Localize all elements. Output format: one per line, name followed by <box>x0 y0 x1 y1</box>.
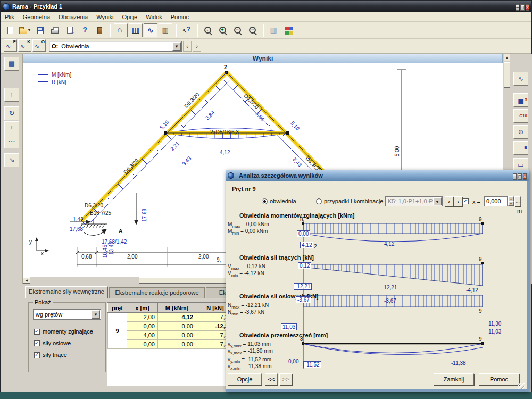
help-button[interactable] <box>78 23 92 37</box>
geometry-button[interactable] <box>114 23 128 37</box>
prev-combination-button[interactable]: ‹ <box>445 196 453 206</box>
menu-item-widok[interactable]: Widok <box>142 13 167 21</box>
close-button[interactable]: × <box>526 4 529 11</box>
canvas-label: 13,40 <box>109 242 114 255</box>
fit-view-button[interactable]: ↑ <box>4 88 19 102</box>
node-dots-button[interactable]: ⋯ <box>4 135 19 148</box>
tab-ekstremalne-si-y-wewn-trzne[interactable]: Ekstremalne siły wewnętrzne <box>25 286 108 298</box>
grid-button[interactable] <box>267 23 281 37</box>
resize-grip[interactable] <box>518 383 525 389</box>
diagram-label: 2 <box>314 244 317 250</box>
export-button[interactable] <box>63 23 77 37</box>
zoom-out-button[interactable] <box>231 23 245 37</box>
bearing-button[interactable]: B <box>513 141 528 155</box>
new-document-button[interactable] <box>3 23 17 37</box>
envelope-5-button[interactable]: ▅5 <box>513 93 528 107</box>
checkbox-momenty-zginaj-ce[interactable]: momenty zginające <box>34 328 93 335</box>
canvas-label: A <box>119 228 122 234</box>
x-spinner[interactable]: ▲▼ <box>508 196 514 206</box>
next-member-button[interactable]: >> <box>279 373 292 385</box>
circular-button[interactable]: ⊕ <box>513 125 528 139</box>
next-combination-button[interactable]: › <box>454 196 462 206</box>
canvas-label: 2 <box>224 64 227 70</box>
prev-result-button[interactable]: ‹ <box>183 41 192 52</box>
checkbox-si-y-osiowe[interactable]: siły osiowe <box>34 340 71 346</box>
envelope-combo-prefix: O: <box>52 43 58 49</box>
results-icon <box>146 26 155 35</box>
x-checkbox[interactable] <box>463 198 471 204</box>
menu-item-geometria[interactable]: Geometria <box>19 13 54 21</box>
value-cell: 0,00 <box>127 340 158 349</box>
x-dots-button[interactable]: … <box>514 196 521 206</box>
menu-item-obci-enia[interactable]: Obciążenia <box>54 13 92 21</box>
chevron-down-icon: ▼ <box>28 28 31 32</box>
chevron-down-icon[interactable]: ▼ <box>92 310 100 319</box>
dialog-close-button[interactable]: × <box>523 173 527 180</box>
maximize-button[interactable]: □ <box>520 4 524 11</box>
titlebar: Rama - Przykład 1 –□× <box>1 1 531 12</box>
dialog-body: Pręt nr 9 obwiednia przypadki i kombinac… <box>226 181 525 389</box>
dialog-minimize-button[interactable]: – <box>513 173 517 180</box>
spin-down-icon[interactable]: ▼ <box>508 201 514 206</box>
zamknij-button[interactable]: Zamknij <box>434 373 474 385</box>
combination-c10-button[interactable]: C10 <box>513 109 528 123</box>
prev-member-button[interactable]: << <box>265 373 278 385</box>
panels-button[interactable]: ▤ <box>4 57 19 71</box>
minimize-button[interactable]: – <box>516 4 519 11</box>
print-button[interactable] <box>48 23 62 37</box>
spin-up-icon[interactable]: ▲ <box>508 196 514 201</box>
toggle-axes-button[interactable]: ± <box>4 121 19 135</box>
loads-icon <box>132 28 139 34</box>
context-help-button[interactable] <box>180 23 194 37</box>
section-value-line: Vmax = -0,12 kN <box>228 263 265 271</box>
menu-item-wyniki[interactable]: Wyniki <box>92 13 118 21</box>
exit-icon <box>97 27 102 34</box>
scroll-left-button[interactable]: ◀ <box>23 277 30 284</box>
save-button[interactable] <box>33 23 47 37</box>
loadcase-mode-button[interactable]: ∿P <box>4 39 17 52</box>
diagram-label: -3,67 <box>296 296 311 303</box>
combination-combo[interactable]: K5: 1,0·P1+1,0·P ▼ <box>385 196 443 206</box>
opcje-button[interactable]: Opcje <box>228 373 262 385</box>
x-input[interactable]: 0,000 <box>484 196 508 206</box>
open-button[interactable]: ▼ <box>18 23 32 37</box>
canvas-label: 2xD5/16/6,3 <box>210 129 239 135</box>
zoom-in-button[interactable] <box>216 23 230 37</box>
combination-mode-button[interactable]: ∿K <box>18 39 31 52</box>
table-row: 0,000,00-7,21 <box>108 340 235 349</box>
loads-button[interactable] <box>129 23 143 37</box>
chevron-down-icon[interactable]: ▼ <box>172 42 181 51</box>
envelope-combo[interactable]: O: Obwiednia ▼ <box>49 41 182 52</box>
checkbox-si-y-tn-ce[interactable]: siły tnące <box>34 352 67 358</box>
tab-ekstremalne-reakcje-podporowe[interactable]: Ekstremalne reakcje podporowe <box>109 287 205 298</box>
results-toolbar: ∿P∿K∿O O: Obwiednia ▼ ‹› <box>1 39 531 54</box>
column-header: M [kNm] <box>158 303 196 313</box>
envelope-mode-button[interactable]: ∿O <box>32 39 46 52</box>
menu-item-opcje[interactable]: Opcje <box>118 13 142 21</box>
radio-przypadki[interactable]: przypadki i kombinacje <box>316 198 383 204</box>
report-button[interactable] <box>159 23 172 37</box>
menu-item-plik[interactable]: Plik <box>1 13 19 21</box>
chevron-down-icon[interactable]: ▼ <box>433 197 442 205</box>
display-options-button[interactable] <box>282 23 296 37</box>
pokaz-combo[interactable]: wg prętów ▼ <box>33 309 101 320</box>
radio-obwiednia[interactable]: obwiednia <box>262 198 296 204</box>
value-cell: 0,00 <box>158 322 196 331</box>
stress-diagram-button[interactable]: ∿ <box>513 72 528 86</box>
results-button[interactable] <box>144 23 157 37</box>
pokaz-groupbox: Pokaż wg prętów ▼ momenty zginającesiły … <box>28 302 106 372</box>
x-label: x = <box>472 198 480 205</box>
legend-line-swatch <box>38 74 48 75</box>
canvas-label: D6,3/20 <box>85 203 103 209</box>
rotate-view-button[interactable]: ↻ <box>4 106 19 120</box>
next-result-button[interactable]: › <box>193 41 201 52</box>
zoom-area-button[interactable] <box>246 23 260 37</box>
pan-button[interactable]: ↘ <box>4 153 19 167</box>
dialog-maximize-button[interactable]: □ <box>518 173 521 180</box>
menu-item-pomoc[interactable]: Pomoc <box>167 13 193 21</box>
pomoc-button[interactable]: Pomoc <box>479 373 519 385</box>
zoom-window-button[interactable] <box>201 23 215 37</box>
scroll-up-button[interactable]: ▲ <box>504 54 510 61</box>
vscroll-thumb[interactable] <box>504 62 510 88</box>
exit-button[interactable] <box>93 23 106 37</box>
